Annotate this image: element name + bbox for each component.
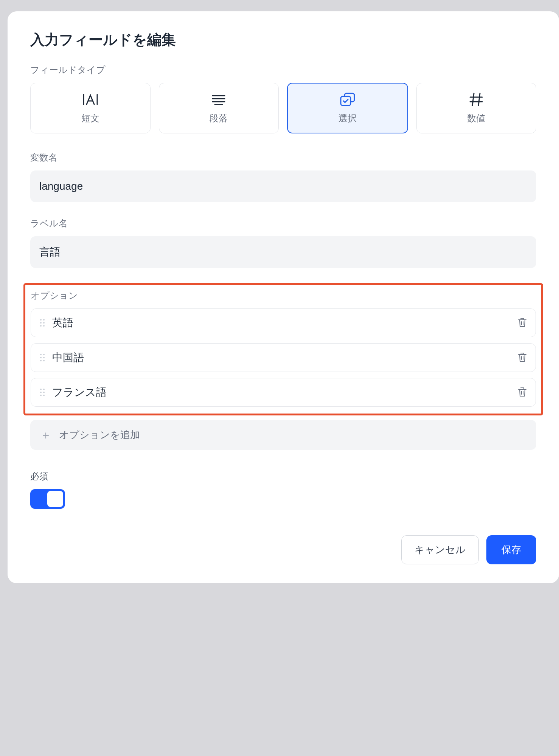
- trash-icon: [517, 387, 527, 398]
- number-icon: [469, 93, 484, 106]
- paragraph-icon: [211, 93, 226, 106]
- svg-line-7: [478, 93, 480, 105]
- field-type-label: フィールドタイプ: [30, 64, 536, 76]
- field-type-label: 段落: [210, 112, 228, 124]
- label-name-label: ラベル名: [30, 217, 536, 229]
- svg-point-11: [43, 319, 45, 321]
- svg-point-26: [40, 395, 42, 396]
- drag-handle-icon[interactable]: [39, 353, 45, 362]
- svg-point-17: [43, 354, 45, 355]
- option-row[interactable]: 英語: [31, 308, 536, 337]
- svg-point-10: [40, 319, 42, 321]
- field-type-short-text[interactable]: 短文: [30, 83, 151, 133]
- required-toggle[interactable]: [30, 489, 65, 509]
- option-text: 英語: [52, 316, 511, 330]
- svg-point-13: [43, 322, 45, 324]
- options-label: オプション: [31, 290, 536, 302]
- trash-icon: [517, 317, 527, 329]
- svg-point-20: [40, 360, 42, 361]
- variable-name-label: 変数名: [30, 152, 536, 164]
- required-label: 必須: [30, 470, 536, 482]
- delete-option-button[interactable]: [517, 317, 527, 329]
- label-name-input[interactable]: [30, 236, 536, 268]
- svg-point-15: [43, 325, 45, 327]
- field-type-group: 短文 段落 選択 数値: [30, 83, 536, 133]
- cancel-button[interactable]: キャンセル: [401, 535, 479, 564]
- edit-field-modal: 入力フィールドを編集 フィールドタイプ 短文 段落 選択 数値: [8, 11, 559, 583]
- variable-name-input[interactable]: [30, 170, 536, 202]
- add-option-button[interactable]: ＋ オプションを追加: [30, 420, 536, 450]
- svg-point-25: [43, 392, 45, 393]
- options-highlight-box: オプション 英語 中国語: [23, 283, 543, 415]
- svg-point-19: [43, 357, 45, 358]
- svg-point-27: [43, 395, 45, 396]
- save-button[interactable]: 保存: [486, 535, 536, 564]
- add-option-label: オプションを追加: [59, 428, 140, 442]
- plus-icon: ＋: [40, 429, 51, 441]
- svg-point-23: [43, 389, 45, 390]
- svg-point-16: [40, 354, 42, 355]
- trash-icon: [517, 352, 527, 364]
- delete-option-button[interactable]: [517, 387, 527, 398]
- option-row[interactable]: 中国語: [31, 343, 536, 372]
- option-text: 中国語: [52, 350, 511, 365]
- field-type-label: 選択: [339, 112, 357, 124]
- option-row[interactable]: フランス語: [31, 378, 536, 407]
- field-type-label: 数値: [467, 112, 485, 124]
- short-text-icon: [82, 93, 99, 106]
- select-icon: [339, 93, 356, 106]
- svg-point-24: [40, 392, 42, 393]
- field-type-select[interactable]: 選択: [287, 83, 408, 133]
- delete-option-button[interactable]: [517, 352, 527, 364]
- options-list: 英語 中国語: [31, 308, 536, 407]
- field-type-number[interactable]: 数値: [416, 83, 537, 133]
- svg-line-6: [472, 93, 474, 105]
- modal-title: 入力フィールドを編集: [30, 30, 536, 50]
- field-type-paragraph[interactable]: 段落: [159, 83, 279, 133]
- svg-point-14: [40, 325, 42, 327]
- option-text: フランス語: [52, 385, 511, 400]
- svg-point-18: [40, 357, 42, 358]
- field-type-label: 短文: [81, 112, 99, 124]
- svg-point-12: [40, 322, 42, 324]
- drag-handle-icon[interactable]: [39, 388, 45, 397]
- svg-point-22: [40, 389, 42, 390]
- modal-footer: キャンセル 保存: [30, 535, 536, 564]
- toggle-knob: [47, 491, 63, 507]
- svg-point-21: [43, 360, 45, 361]
- drag-handle-icon[interactable]: [39, 318, 45, 327]
